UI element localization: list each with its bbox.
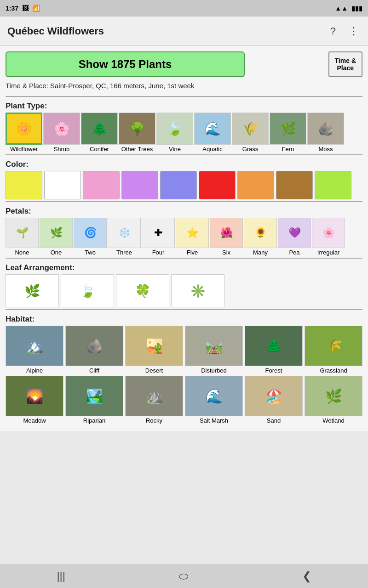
habitat-label: Habitat: xyxy=(6,312,362,326)
color-swatch-4[interactable] xyxy=(160,171,197,199)
leaf-image-1: 🍃 xyxy=(61,274,114,307)
plant-type-name-5: Aquatic xyxy=(202,146,222,153)
plant-type-image-1: 🌸 xyxy=(43,113,80,145)
habitat-image-2: 🏜️ xyxy=(125,326,183,366)
petal-item-many[interactable]: 🌻Many xyxy=(244,218,277,256)
color-swatch-8[interactable] xyxy=(315,171,351,199)
petal-item-one[interactable]: 🌿One xyxy=(40,218,73,256)
plant-type-item-shrub[interactable]: 🌸Shrub xyxy=(43,113,80,153)
divider-2 xyxy=(6,154,362,155)
leaf-item-3[interactable]: ✳️ xyxy=(171,274,224,307)
petal-item-three[interactable]: ❄️Three xyxy=(108,218,141,256)
habitat-grid: 🏔️Alpine🪨Cliff🏜️Desert🛤️Disturbed🌲Forest… xyxy=(6,326,362,424)
habitat-item-salt-marsh[interactable]: 🌊Salt Marsh xyxy=(185,376,243,424)
color-swatch-3[interactable] xyxy=(121,171,158,199)
plant-type-name-6: Grass xyxy=(242,146,259,153)
plant-type-item-conifer[interactable]: 🌲Conifer xyxy=(81,113,118,153)
habitat-item-wetland[interactable]: 🌿Wetland xyxy=(305,376,362,424)
habitat-image-10: 🏖️ xyxy=(245,376,303,416)
habitat-item-rocky[interactable]: ⛰️Rocky xyxy=(125,376,183,424)
petal-image-1: 🌿 xyxy=(40,218,73,248)
plant-type-image-7: 🌿 xyxy=(270,113,306,145)
plant-type-item-aquatic[interactable]: 🌊Aquatic xyxy=(194,113,231,153)
petal-item-five[interactable]: ⭐Five xyxy=(176,218,209,256)
petal-item-irregular[interactable]: 🌸Irregular xyxy=(312,218,345,256)
color-grid xyxy=(6,171,362,199)
color-swatch-1[interactable] xyxy=(44,171,81,199)
habitat-item-riparian[interactable]: 🏞️Riparian xyxy=(65,376,123,424)
time-place-button[interactable]: Time &Place xyxy=(328,51,362,77)
petal-item-four[interactable]: ✚Four xyxy=(142,218,175,256)
petal-item-two[interactable]: 🌀Two xyxy=(74,218,107,256)
leaf-item-2[interactable]: 🍀 xyxy=(116,274,169,307)
habitat-name-7: Riparian xyxy=(83,417,105,424)
habitat-name-8: Rocky xyxy=(146,417,162,424)
habitat-item-forest[interactable]: 🌲Forest xyxy=(245,326,303,374)
habitat-item-meadow[interactable]: 🌄Meadow xyxy=(6,376,63,424)
more-options-button[interactable]: ⋮ xyxy=(347,23,361,39)
color-swatch-7[interactable] xyxy=(276,171,313,199)
petal-item-six[interactable]: 🌺Six xyxy=(210,218,243,256)
habitat-image-3: 🛤️ xyxy=(185,326,243,366)
petals-label: Petals: xyxy=(6,204,362,218)
plant-type-image-0: 🌼 xyxy=(6,113,42,145)
petal-name-7: Many xyxy=(253,249,268,256)
color-swatch-6[interactable] xyxy=(237,171,274,199)
habitat-item-alpine[interactable]: 🏔️Alpine xyxy=(6,326,63,374)
habitat-image-6: 🌄 xyxy=(6,376,63,416)
leaf-item-0[interactable]: 🌿 xyxy=(6,274,59,307)
back-nav-button[interactable]: ❮ xyxy=(284,566,330,586)
leaf-image-2: 🍀 xyxy=(116,274,169,307)
petal-name-0: None xyxy=(15,249,29,256)
show-plants-button[interactable]: Show 1875 Plants xyxy=(6,51,245,77)
color-swatch-5[interactable] xyxy=(199,171,236,199)
habitat-name-1: Cliff xyxy=(89,367,99,374)
plant-type-name-7: Fern xyxy=(282,146,294,153)
plant-type-grid: 🌼Wildflower🌸Shrub🌲Conifer🌳Other Trees🍃Vi… xyxy=(6,113,362,153)
habitat-image-4: 🌲 xyxy=(245,326,303,366)
plant-type-image-3: 🌳 xyxy=(119,113,155,145)
plant-type-item-grass[interactable]: 🌾Grass xyxy=(232,113,269,153)
divider-3 xyxy=(6,201,362,202)
petal-image-4: ✚ xyxy=(142,218,175,248)
habitat-item-cliff[interactable]: 🪨Cliff xyxy=(65,326,123,374)
petal-name-2: Two xyxy=(85,249,96,256)
time-display: 1:37 xyxy=(6,5,18,12)
plant-type-item-fern[interactable]: 🌿Fern xyxy=(270,113,306,153)
home-nav-button[interactable]: ⬭ xyxy=(161,566,207,586)
plant-type-image-4: 🍃 xyxy=(156,113,193,145)
petal-item-none[interactable]: 🌱None xyxy=(6,218,39,256)
plant-type-image-5: 🌊 xyxy=(194,113,231,145)
plant-type-name-8: Moss xyxy=(318,146,333,153)
leaf-item-1[interactable]: 🍃 xyxy=(61,274,114,307)
color-swatch-0[interactable] xyxy=(6,171,42,199)
plant-type-name-1: Shrub xyxy=(54,146,70,153)
help-button[interactable]: ? xyxy=(328,23,338,39)
menu-nav-button[interactable]: ||| xyxy=(38,566,84,586)
habitat-item-sand[interactable]: 🏖️Sand xyxy=(245,376,303,424)
petal-item-pea[interactable]: 💜Pea xyxy=(278,218,311,256)
app-bar-actions: ? ⋮ xyxy=(328,23,361,39)
habitat-image-1: 🪨 xyxy=(65,326,123,366)
plant-type-item-vine[interactable]: 🍃Vine xyxy=(156,113,193,153)
habitat-item-grassland[interactable]: 🌾Grassland xyxy=(305,326,362,374)
habitat-name-5: Grassland xyxy=(320,367,347,374)
plant-type-item-wildflower[interactable]: 🌼Wildflower xyxy=(6,113,42,153)
plant-type-item-other-trees[interactable]: 🌳Other Trees xyxy=(119,113,155,153)
color-swatch-2[interactable] xyxy=(83,171,120,199)
habitat-name-6: Meadow xyxy=(23,417,46,424)
habitat-image-8: ⛰️ xyxy=(125,376,183,416)
color-label: Color: xyxy=(6,157,362,171)
habitat-image-11: 🌿 xyxy=(305,376,362,416)
habitat-item-disturbed[interactable]: 🛤️Disturbed xyxy=(185,326,243,374)
plant-type-name-4: Vine xyxy=(169,146,181,153)
petal-image-9: 🌸 xyxy=(312,218,345,248)
habitat-image-7: 🏞️ xyxy=(65,376,123,416)
habitat-item-desert[interactable]: 🏜️Desert xyxy=(125,326,183,374)
petal-name-1: One xyxy=(51,249,62,256)
habitat-name-0: Alpine xyxy=(26,367,43,374)
plant-type-name-2: Conifer xyxy=(90,146,109,153)
leaf-image-0: 🌿 xyxy=(6,274,59,307)
plant-type-item-moss[interactable]: 🪨Moss xyxy=(307,113,344,153)
petal-name-4: Four xyxy=(152,249,165,256)
